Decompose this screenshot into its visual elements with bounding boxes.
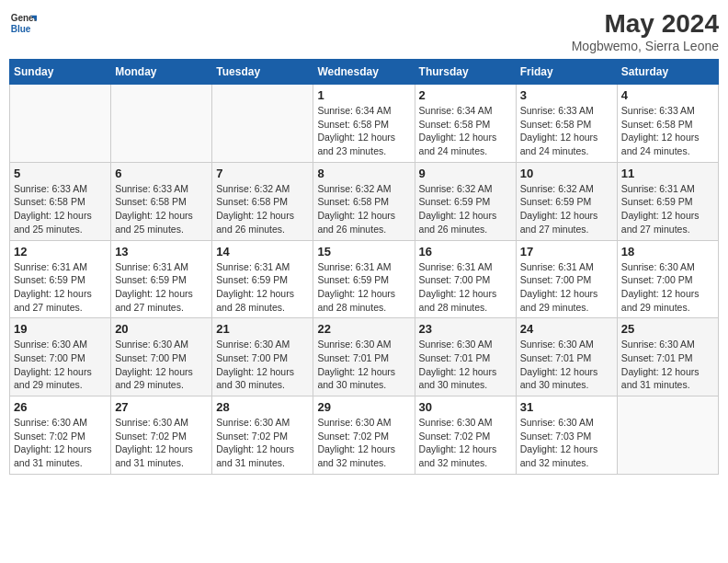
weekday-header-thursday: Thursday bbox=[415, 60, 516, 85]
day-number: 1 bbox=[317, 88, 410, 102]
calendar-cell: 3Sunrise: 6:33 AM Sunset: 6:58 PM Daylig… bbox=[516, 85, 617, 163]
calendar-cell: 18Sunrise: 6:30 AM Sunset: 7:00 PM Dayli… bbox=[617, 240, 718, 318]
day-number: 31 bbox=[520, 400, 613, 414]
week-row-5: 26Sunrise: 6:30 AM Sunset: 7:02 PM Dayli… bbox=[10, 396, 719, 475]
calendar-cell: 8Sunrise: 6:32 AM Sunset: 6:58 PM Daylig… bbox=[313, 162, 415, 240]
day-number: 30 bbox=[419, 400, 512, 414]
day-info: Sunrise: 6:32 AM Sunset: 6:59 PM Dayligh… bbox=[520, 182, 613, 236]
day-number: 8 bbox=[317, 167, 410, 180]
day-number: 7 bbox=[216, 167, 309, 180]
day-number: 16 bbox=[419, 245, 512, 259]
day-number: 26 bbox=[14, 400, 107, 414]
day-info: Sunrise: 6:31 AM Sunset: 7:00 PM Dayligh… bbox=[419, 260, 512, 315]
location-label: Mogbwemo, Sierra Leone bbox=[572, 39, 719, 53]
day-number: 18 bbox=[621, 245, 714, 259]
day-number: 13 bbox=[115, 245, 208, 259]
day-info: Sunrise: 6:30 AM Sunset: 7:02 PM Dayligh… bbox=[216, 416, 309, 470]
day-info: Sunrise: 6:30 AM Sunset: 7:02 PM Dayligh… bbox=[14, 416, 107, 470]
day-info: Sunrise: 6:30 AM Sunset: 7:03 PM Dayligh… bbox=[520, 416, 613, 470]
day-info: Sunrise: 6:30 AM Sunset: 7:01 PM Dayligh… bbox=[621, 338, 714, 392]
weekday-header-friday: Friday bbox=[516, 60, 617, 85]
day-info: Sunrise: 6:30 AM Sunset: 7:00 PM Dayligh… bbox=[621, 260, 714, 315]
calendar-cell: 11Sunrise: 6:31 AM Sunset: 6:59 PM Dayli… bbox=[617, 162, 718, 240]
day-info: Sunrise: 6:33 AM Sunset: 6:58 PM Dayligh… bbox=[520, 104, 613, 158]
day-number: 22 bbox=[317, 322, 410, 336]
calendar-cell: 14Sunrise: 6:31 AM Sunset: 6:59 PM Dayli… bbox=[212, 240, 313, 318]
day-info: Sunrise: 6:30 AM Sunset: 7:02 PM Dayligh… bbox=[115, 416, 208, 470]
day-info: Sunrise: 6:31 AM Sunset: 6:59 PM Dayligh… bbox=[14, 260, 107, 315]
calendar-cell: 30Sunrise: 6:30 AM Sunset: 7:02 PM Dayli… bbox=[415, 396, 516, 475]
day-number: 25 bbox=[621, 322, 714, 336]
day-number: 6 bbox=[115, 167, 208, 180]
day-number: 29 bbox=[317, 400, 410, 414]
day-info: Sunrise: 6:30 AM Sunset: 7:00 PM Dayligh… bbox=[115, 338, 208, 392]
calendar-cell bbox=[617, 396, 718, 475]
calendar-cell: 20Sunrise: 6:30 AM Sunset: 7:00 PM Dayli… bbox=[111, 318, 212, 396]
day-info: Sunrise: 6:30 AM Sunset: 7:00 PM Dayligh… bbox=[14, 338, 107, 392]
day-number: 21 bbox=[216, 322, 309, 336]
day-info: Sunrise: 6:30 AM Sunset: 7:01 PM Dayligh… bbox=[419, 338, 512, 392]
calendar-cell: 24Sunrise: 6:30 AM Sunset: 7:01 PM Dayli… bbox=[516, 318, 617, 396]
day-number: 9 bbox=[419, 167, 512, 180]
logo: General Blue General Blue bbox=[9, 9, 37, 37]
title-area: May 2024 Mogbwemo, Sierra Leone bbox=[572, 9, 719, 53]
day-number: 27 bbox=[115, 400, 208, 414]
day-info: Sunrise: 6:30 AM Sunset: 7:00 PM Dayligh… bbox=[216, 338, 309, 392]
calendar-cell: 9Sunrise: 6:32 AM Sunset: 6:59 PM Daylig… bbox=[415, 162, 516, 240]
week-row-1: 1Sunrise: 6:34 AM Sunset: 6:58 PM Daylig… bbox=[10, 85, 719, 163]
calendar-cell: 16Sunrise: 6:31 AM Sunset: 7:00 PM Dayli… bbox=[415, 240, 516, 318]
calendar-cell: 7Sunrise: 6:32 AM Sunset: 6:58 PM Daylig… bbox=[212, 162, 313, 240]
day-info: Sunrise: 6:32 AM Sunset: 6:58 PM Dayligh… bbox=[317, 182, 410, 236]
day-number: 23 bbox=[419, 322, 512, 336]
day-info: Sunrise: 6:32 AM Sunset: 6:59 PM Dayligh… bbox=[419, 182, 512, 236]
page-header: General Blue General Blue May 2024 Mogbw… bbox=[9, 9, 719, 53]
day-info: Sunrise: 6:33 AM Sunset: 6:58 PM Dayligh… bbox=[621, 104, 714, 158]
day-info: Sunrise: 6:31 AM Sunset: 6:59 PM Dayligh… bbox=[621, 182, 714, 236]
calendar-cell: 23Sunrise: 6:30 AM Sunset: 7:01 PM Dayli… bbox=[415, 318, 516, 396]
day-info: Sunrise: 6:31 AM Sunset: 6:59 PM Dayligh… bbox=[115, 260, 208, 315]
svg-text:Blue: Blue bbox=[11, 24, 31, 34]
day-number: 2 bbox=[419, 88, 512, 102]
weekday-header-sunday: Sunday bbox=[10, 60, 111, 85]
calendar-cell: 2Sunrise: 6:34 AM Sunset: 6:58 PM Daylig… bbox=[415, 85, 516, 163]
calendar-cell: 28Sunrise: 6:30 AM Sunset: 7:02 PM Dayli… bbox=[212, 396, 313, 475]
day-info: Sunrise: 6:33 AM Sunset: 6:58 PM Dayligh… bbox=[14, 182, 107, 236]
calendar-cell: 1Sunrise: 6:34 AM Sunset: 6:58 PM Daylig… bbox=[313, 85, 415, 163]
day-number: 19 bbox=[14, 322, 107, 336]
day-info: Sunrise: 6:30 AM Sunset: 7:01 PM Dayligh… bbox=[520, 338, 613, 392]
day-number: 11 bbox=[621, 167, 714, 180]
calendar-cell: 4Sunrise: 6:33 AM Sunset: 6:58 PM Daylig… bbox=[617, 85, 718, 163]
calendar-cell: 22Sunrise: 6:30 AM Sunset: 7:01 PM Dayli… bbox=[313, 318, 415, 396]
day-number: 14 bbox=[216, 245, 309, 259]
calendar-cell: 15Sunrise: 6:31 AM Sunset: 6:59 PM Dayli… bbox=[313, 240, 415, 318]
svg-text:General: General bbox=[11, 13, 37, 23]
day-info: Sunrise: 6:30 AM Sunset: 7:02 PM Dayligh… bbox=[317, 416, 410, 470]
day-info: Sunrise: 6:34 AM Sunset: 6:58 PM Dayligh… bbox=[317, 104, 410, 158]
calendar-cell: 6Sunrise: 6:33 AM Sunset: 6:58 PM Daylig… bbox=[111, 162, 212, 240]
calendar-cell: 19Sunrise: 6:30 AM Sunset: 7:00 PM Dayli… bbox=[10, 318, 111, 396]
day-number: 4 bbox=[621, 88, 714, 102]
calendar-cell: 12Sunrise: 6:31 AM Sunset: 6:59 PM Dayli… bbox=[10, 240, 111, 318]
day-info: Sunrise: 6:31 AM Sunset: 6:59 PM Dayligh… bbox=[317, 260, 410, 315]
day-number: 20 bbox=[115, 322, 208, 336]
day-number: 12 bbox=[14, 245, 107, 259]
calendar-table: SundayMondayTuesdayWednesdayThursdayFrid… bbox=[9, 59, 719, 475]
day-number: 15 bbox=[317, 245, 410, 259]
calendar-cell: 17Sunrise: 6:31 AM Sunset: 7:00 PM Dayli… bbox=[516, 240, 617, 318]
day-number: 10 bbox=[520, 167, 613, 180]
calendar-cell: 27Sunrise: 6:30 AM Sunset: 7:02 PM Dayli… bbox=[111, 396, 212, 475]
week-row-3: 12Sunrise: 6:31 AM Sunset: 6:59 PM Dayli… bbox=[10, 240, 719, 318]
day-number: 24 bbox=[520, 322, 613, 336]
day-info: Sunrise: 6:33 AM Sunset: 6:58 PM Dayligh… bbox=[115, 182, 208, 236]
weekday-header-wednesday: Wednesday bbox=[313, 60, 415, 85]
month-title: May 2024 bbox=[572, 9, 719, 39]
day-info: Sunrise: 6:31 AM Sunset: 6:59 PM Dayligh… bbox=[216, 260, 309, 315]
calendar-cell: 25Sunrise: 6:30 AM Sunset: 7:01 PM Dayli… bbox=[617, 318, 718, 396]
logo-icon: General Blue bbox=[9, 9, 37, 37]
day-info: Sunrise: 6:30 AM Sunset: 7:01 PM Dayligh… bbox=[317, 338, 410, 392]
calendar-body: 1Sunrise: 6:34 AM Sunset: 6:58 PM Daylig… bbox=[10, 85, 719, 475]
weekday-header-tuesday: Tuesday bbox=[212, 60, 313, 85]
day-number: 3 bbox=[520, 88, 613, 102]
calendar-cell: 21Sunrise: 6:30 AM Sunset: 7:00 PM Dayli… bbox=[212, 318, 313, 396]
calendar-cell: 10Sunrise: 6:32 AM Sunset: 6:59 PM Dayli… bbox=[516, 162, 617, 240]
